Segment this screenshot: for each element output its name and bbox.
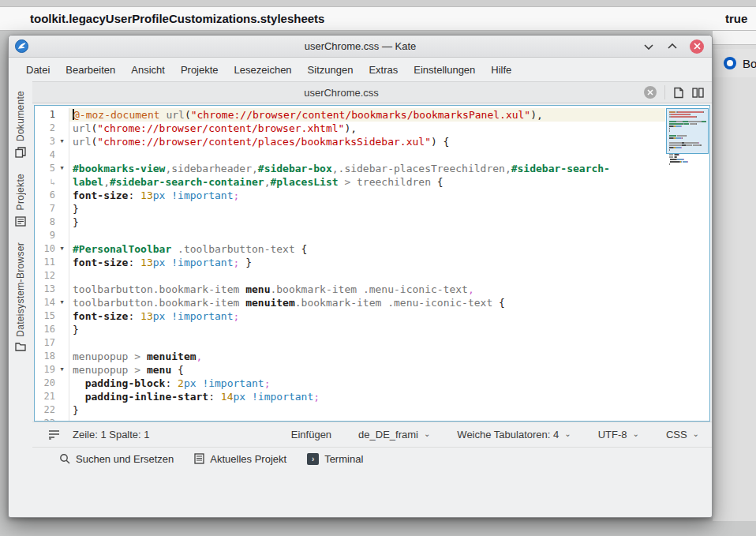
code-line-text [69,148,665,162]
code-row: 6font-size: 13px !important; [35,189,665,202]
code-row: 1@-moz-document url("chrome://browser/co… [35,108,665,122]
toolview-button-aktuelles-projekt[interactable]: Aktuelles Projekt [194,453,286,465]
menu-hilfe[interactable]: Hilfe [483,61,519,79]
minimap-scrollbar[interactable] [665,106,709,421]
fold-marker-icon[interactable]: ▼ [55,296,69,309]
code-row: 7} [35,202,665,216]
fold-column [55,323,69,336]
fold-marker-icon[interactable]: ▼ [55,135,69,148]
document-icon [194,453,204,464]
cursor-position[interactable]: Zeile: 1 Spalte: 1 [73,429,150,440]
dock-tab-dokumente[interactable]: Dokumente [15,91,26,158]
code-line-text: padding-inline-start: 14px !important; [69,390,665,403]
tab-title[interactable]: userChrome.css [32,87,650,99]
code-row: 12 [35,269,665,283]
code-line-text: url("chrome://browser/content/places/boo… [69,135,665,148]
titlebar[interactable]: userChrome.css — Kate [9,36,712,58]
line-number: 17 [35,336,55,350]
line-number: 6 [35,189,55,202]
dock-tab-label: Dokumente [15,91,26,141]
kate-app-icon [15,39,28,53]
line-number: 4 [35,148,55,162]
dock-tab-dateisystem-browser[interactable]: Dateisystem-Browser [15,242,26,352]
code-row: 4 [35,148,665,162]
menu-einstellungen[interactable]: Einstellungen [406,61,483,79]
code-line-text [69,336,665,350]
code-line-text [69,269,665,283]
left-dock-bar: DokumenteProjekteDateisystem-Browser [9,81,32,470]
fold-column [55,256,69,269]
chevron-down-icon: ⌄ [632,429,638,438]
code-line-text: } [69,202,665,216]
code-row: 18menupopup > menuitem, [35,350,665,363]
document-tabbar[interactable]: userChrome.css [32,81,712,103]
code-row: 9 [35,229,665,242]
menubar: DateiBearbeitenAnsichtProjekteLesezeiche… [9,58,712,81]
folder-icon [15,342,26,351]
code-line-text: toolbarbutton.bookmark-item menuitem.boo… [69,296,665,309]
line-number: 5 [35,162,55,175]
close-button[interactable] [690,39,704,54]
new-document-icon[interactable] [673,87,684,99]
code-row: 17 [35,336,665,350]
toolview-button-terminal[interactable]: ›Terminal [307,453,363,465]
code-row: 22} [35,403,665,417]
status-item-label: CSS [666,429,687,440]
menu-bearbeiten[interactable]: Bearbeiten [58,61,123,79]
menu-lesezeichen[interactable]: Lesezeichen [226,61,300,79]
toolview-button-label: Suchen und Ersetzen [76,453,174,465]
status-css[interactable]: CSS⌄ [666,429,699,440]
chevron-down-icon: ⌄ [693,429,699,438]
wrap-indicator: ↳ [35,175,55,189]
code-row: ↳label,#sidebar-search-container,#places… [35,175,665,189]
toolview-button-label: Aktuelles Projekt [210,453,286,465]
code-row: 16} [35,323,665,336]
word-wrap-indicator-icon[interactable] [48,429,60,440]
line-number: 14 [35,296,55,309]
menu-datei[interactable]: Datei [18,61,58,79]
radio-selected-icon[interactable] [724,57,736,69]
fold-column [55,122,69,135]
status-utf-8[interactable]: UTF-8⌄ [598,429,639,440]
status-einf-gen[interactable]: Einfügen [291,429,331,440]
code-area[interactable]: 1@-moz-document url("chrome://browser/co… [35,106,665,421]
toolview-button-suchen-und-ersetzen[interactable]: Suchen und Ersetzen [59,453,174,465]
fold-column [55,309,69,323]
background-strip [0,0,756,6]
status-item-label: UTF-8 [598,429,627,440]
line-number: 22 [35,403,55,417]
line-number: 9 [35,229,55,242]
menu-sitzungen[interactable]: Sitzungen [300,61,361,79]
code-line-text [69,229,665,242]
line-number: 13 [35,283,55,296]
minimize-button[interactable] [642,40,655,53]
line-number: 23 [35,417,55,421]
status-item-label: Weiche Tabulatoren: 4 [457,429,559,440]
text-editor[interactable]: 1@-moz-document url("chrome://browser/co… [34,105,710,422]
line-number: 7 [35,202,55,216]
fold-marker-icon[interactable]: ▼ [55,363,69,377]
line-number: 19 [35,363,55,377]
menu-ansicht[interactable]: Ansicht [123,61,173,79]
status-de-de-frami[interactable]: de_DE_frami⌄ [358,429,430,440]
menu-projekte[interactable]: Projekte [173,61,226,79]
split-view-icon[interactable] [692,88,704,98]
status-weiche-tabulatoren-4[interactable]: Weiche Tabulatoren: 4⌄ [457,429,571,440]
line-number: 8 [35,216,55,229]
code-line-text: url("chrome://browser/content/browser.xh… [69,122,665,135]
line-number: 10 [35,242,55,256]
fold-marker-icon[interactable]: ▼ [55,162,69,175]
code-line-text: padding-block: 2px !important; [69,377,665,390]
tabbar-separator [664,85,665,99]
dock-tab-projekte[interactable]: Projekte [15,174,26,226]
pref-name: toolkit.legacyUserProfileCustomizations.… [30,12,324,25]
aboutconfig-pref-row[interactable]: toolkit.legacyUserProfileCustomizations.… [0,6,756,31]
fold-marker-icon[interactable]: ▼ [55,242,69,256]
maximize-button[interactable] [666,40,679,53]
code-row: 2url("chrome://browser/content/browser.x… [35,122,665,135]
toolview-button-label: Terminal [324,453,363,465]
boolean-radio-row[interactable]: Bo [713,49,756,77]
chevron-down-icon: ⌄ [424,429,430,438]
line-number: 21 [35,390,55,403]
menu-extras[interactable]: Extras [361,61,406,79]
